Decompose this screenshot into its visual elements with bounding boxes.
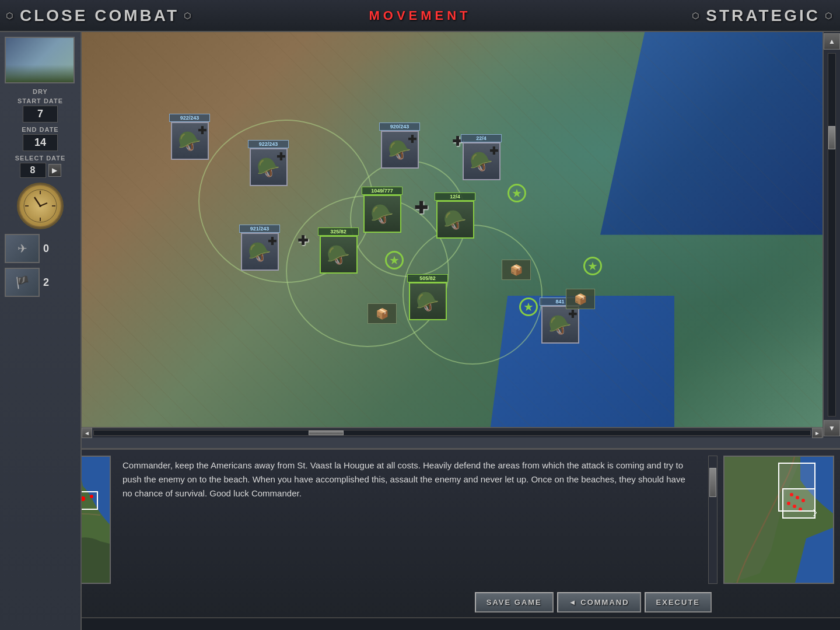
german-marker-left: ✚ xyxy=(298,233,308,249)
german-cross-3: ✚ xyxy=(408,133,416,146)
map-container[interactable]: ★ ★ ★ ★ 922/243 🪖 ✚ 922/243 🪖 ✚ xyxy=(82,32,822,438)
clock-face xyxy=(20,186,61,226)
select-date-label: SELECT DATE xyxy=(5,155,76,162)
unit-figure-4: 🪖 ✚ xyxy=(463,142,501,180)
unit-token-german-4[interactable]: 22/4 🪖 ✚ xyxy=(461,134,502,181)
map-background: ★ ★ ★ ★ 922/243 🪖 ✚ 922/243 🪖 ✚ xyxy=(82,32,822,438)
command-button[interactable]: ◄ COMMAND xyxy=(557,592,641,612)
scroll-up-button[interactable]: ▲ xyxy=(824,33,840,50)
select-date-row: 8 ▶ xyxy=(5,163,76,178)
unit-label-8: 325/82 xyxy=(318,228,359,236)
scroll-thumb-vertical xyxy=(828,126,835,149)
unit-figure-8: 🪖 xyxy=(320,236,358,274)
unit-label-7: 921/243 xyxy=(239,225,280,233)
bottom-section: Commander, keep the Americans away from … xyxy=(0,448,840,630)
scroll-down-button[interactable]: ▼ xyxy=(824,420,840,436)
svg-point-16 xyxy=(796,496,799,499)
scroll-thumb-horizontal xyxy=(309,430,344,435)
unit-figure-1: 🪖 ✚ xyxy=(171,122,209,160)
unit-label-6: 12/4 xyxy=(435,192,475,201)
german-cross-6: ✚ xyxy=(568,308,577,321)
game-title-right: STRATEGIC xyxy=(706,6,820,25)
horizontal-scrollbar: ◄ ► xyxy=(82,427,822,438)
supply-box-3: 📦 xyxy=(566,289,595,309)
svg-point-17 xyxy=(802,499,805,502)
unit-label-5: 1049/777 xyxy=(362,187,402,195)
scroll-right-button[interactable]: ► xyxy=(812,428,822,438)
button-row: SAVE GAME ◄ COMMAND EXECUTE xyxy=(475,592,712,612)
unit-token-german-1[interactable]: 922/243 🪖 ✚ xyxy=(169,114,210,160)
game-title-left: CLOSE COMBAT xyxy=(20,6,179,25)
unit-figure-2: 🪖 ✚ xyxy=(250,148,288,186)
bottom-content: Commander, keep the Americans away from … xyxy=(0,450,840,619)
unit-row-2: 🏴 2 xyxy=(5,268,76,297)
unit-label-3: 920/243 xyxy=(379,123,420,131)
save-game-button[interactable]: SAVE GAME xyxy=(475,592,554,612)
unit-token-german-5[interactable]: 921/243 🪖 ✚ xyxy=(239,225,280,271)
svg-point-11 xyxy=(90,495,93,498)
movement-label: MOVEMENT xyxy=(369,8,471,23)
water-area-bottom xyxy=(489,296,675,438)
artillery-count: 2 xyxy=(43,276,49,289)
start-date-label: START DATE xyxy=(5,97,76,104)
german-cross-1: ✚ xyxy=(198,124,206,137)
aircraft-icon: ✈ xyxy=(5,234,40,263)
svg-point-20 xyxy=(799,508,802,511)
unit-figure-7: 🪖 ✚ xyxy=(241,233,279,271)
unit-row-1: ✈ 0 xyxy=(5,234,76,263)
water-area-top xyxy=(600,32,822,235)
left-sidebar: DRY START DATE 7 END DATE 14 SELECT DATE… xyxy=(0,32,82,630)
unit-figure-6: 🪖 xyxy=(436,201,474,239)
top-bar: ⬡ CLOSE COMBAT ⬡ MOVEMENT ⬡ STRATEGIC ⬡ xyxy=(0,0,840,32)
execute-button[interactable]: EXECUTE xyxy=(645,592,712,612)
bullet-right-1: ⬡ xyxy=(692,11,701,20)
svg-point-18 xyxy=(787,502,790,505)
svg-rect-13 xyxy=(783,489,815,518)
bullet-left-2: ⬡ xyxy=(184,11,193,20)
unit-token-german-3[interactable]: 920/243 🪖 ✚ xyxy=(379,123,420,169)
select-date-value: 8 xyxy=(20,163,46,178)
title-right: ⬡ STRATEGIC ⬡ xyxy=(692,6,834,25)
supply-box-2: 📦 xyxy=(502,260,531,280)
bottom-bar xyxy=(0,617,840,630)
unit-token-allied-4[interactable]: 505/82 🪖 xyxy=(407,274,448,321)
svg-line-5 xyxy=(34,197,40,206)
unit-label-4: 22/4 xyxy=(461,134,502,142)
unit-token-german-2[interactable]: 922/243 🪖 ✚ xyxy=(248,140,289,187)
unit-figure-9: 🪖 xyxy=(409,282,447,320)
svg-point-15 xyxy=(790,493,793,496)
unit-token-allied-2[interactable]: 12/4 🪖 xyxy=(435,192,475,239)
briefing-content: Commander, keep the Americans away from … xyxy=(123,460,685,498)
german-marker-center: ✚ xyxy=(414,198,428,218)
date-next-button[interactable]: ▶ xyxy=(48,164,61,177)
briefing-text: Commander, keep the Americans away from … xyxy=(117,456,702,613)
aircraft-count: 0 xyxy=(43,243,49,255)
weather-preview xyxy=(5,37,75,83)
start-date-value: 7 xyxy=(23,106,58,123)
svg-point-19 xyxy=(793,505,796,508)
title-left: ⬡ CLOSE COMBAT ⬡ xyxy=(6,6,193,25)
bullet-left-1: ⬡ xyxy=(6,11,15,20)
unit-token-allied-3[interactable]: 325/82 🪖 xyxy=(318,228,359,274)
scroll-track-horizontal[interactable] xyxy=(93,430,811,436)
artillery-icon: 🏴 xyxy=(5,268,40,297)
minimap-right[interactable] xyxy=(723,456,834,584)
unit-figure-3: 🪖 ✚ xyxy=(381,131,419,169)
german-cross-4: ✚ xyxy=(489,145,498,158)
scroll-track-vertical[interactable] xyxy=(828,53,836,416)
scroll-left-button[interactable]: ◄ xyxy=(82,428,92,438)
unit-token-allied-1[interactable]: 1049/777 🪖 xyxy=(362,187,402,233)
german-cross-5: ✚ xyxy=(268,235,276,248)
minimap-scrollbar[interactable] xyxy=(708,456,718,584)
german-cross-2: ✚ xyxy=(276,150,285,163)
end-date-value: 14 xyxy=(23,134,58,151)
weather-label: DRY xyxy=(5,88,76,95)
end-date-label: END DATE xyxy=(5,126,76,133)
supply-box-1: 📦 xyxy=(368,303,397,324)
unit-label-9: 505/82 xyxy=(407,274,448,282)
unit-label-1: 922/243 xyxy=(169,114,210,122)
clock xyxy=(17,183,64,229)
right-scrollbar: ▲ ▼ xyxy=(822,32,840,438)
unit-figure-10: 🪖 ✚ xyxy=(541,306,579,344)
unit-figure-5: 🪖 xyxy=(363,195,401,233)
